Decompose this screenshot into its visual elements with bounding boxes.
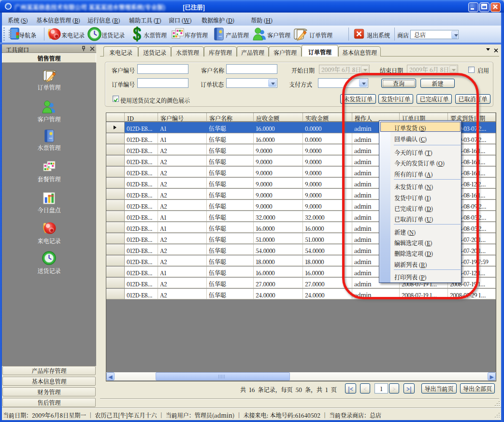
svg-text:$: $: [132, 27, 141, 42]
